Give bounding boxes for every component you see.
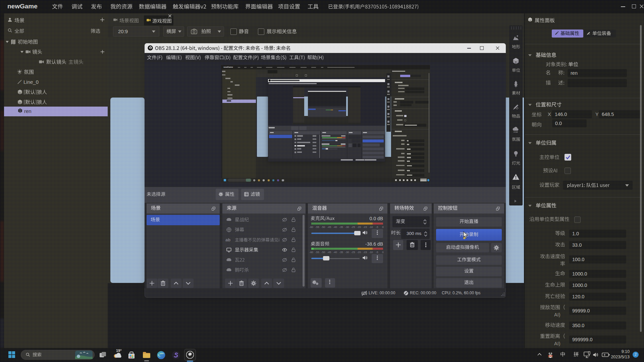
svg-text:-50: -50 (321, 226, 325, 229)
svg-text:-30: -30 (345, 251, 349, 254)
svg-text:-45: -45 (327, 226, 331, 229)
svg-text:-20: -20 (357, 251, 361, 254)
svg-text:-30: -30 (345, 226, 349, 229)
svg-text:-5: -5 (376, 251, 378, 254)
svg-text:0: 0 (382, 226, 384, 229)
svg-text:-20: -20 (357, 226, 361, 229)
svg-text:-55: -55 (315, 226, 319, 229)
svg-text:-15: -15 (363, 226, 367, 229)
svg-text:-25: -25 (351, 226, 355, 229)
svg-text:-50: -50 (321, 251, 325, 254)
svg-text:-60: -60 (309, 251, 313, 254)
svg-text:-45: -45 (327, 251, 331, 254)
svg-text:-15: -15 (363, 251, 367, 254)
svg-text:-40: -40 (333, 226, 337, 229)
svg-text:-40: -40 (333, 251, 337, 254)
svg-text:-60: -60 (309, 226, 313, 229)
svg-text:-35: -35 (339, 251, 343, 254)
svg-text:-10: -10 (369, 251, 373, 254)
svg-text:0: 0 (382, 251, 384, 254)
svg-text:-5: -5 (376, 226, 378, 229)
svg-text:-10: -10 (369, 226, 373, 229)
svg-text:-35: -35 (339, 226, 343, 229)
svg-text:-25: -25 (351, 251, 355, 254)
svg-text:-55: -55 (315, 251, 319, 254)
